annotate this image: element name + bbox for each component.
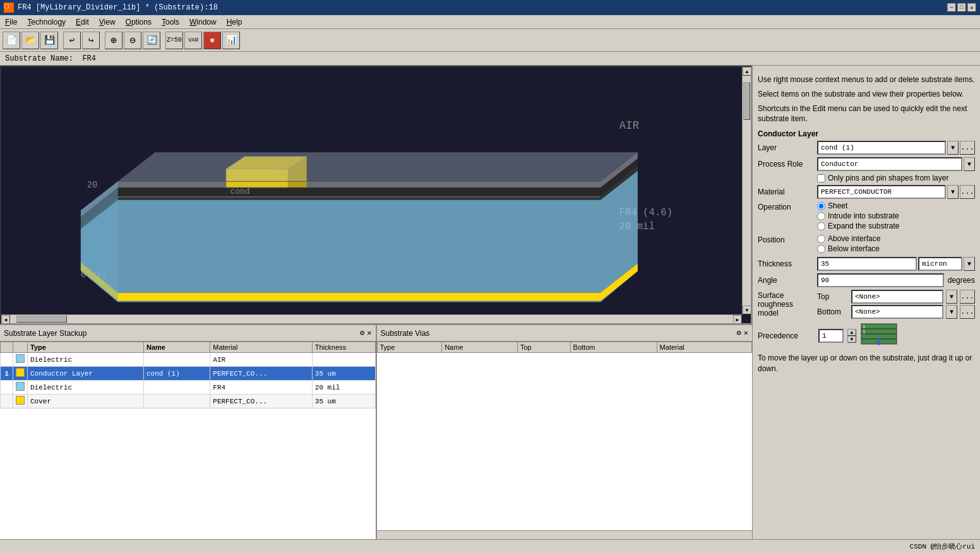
intrude-radio[interactable]	[817, 212, 825, 220]
via-col-name[interactable]: Name	[442, 342, 518, 353]
operation-options: Sheet Intrude into substrate Expand the …	[817, 201, 975, 232]
substrate-name-label: Substrate Name:	[5, 54, 82, 63]
top-roughness-arrow[interactable]: ▼	[946, 290, 957, 304]
vias-settings-icon[interactable]: ⚙	[737, 328, 741, 338]
settings-icon[interactable]: ⚙	[360, 328, 364, 338]
angle-value: 90	[821, 276, 829, 284]
open-button[interactable]: 📂	[21, 32, 39, 49]
vertical-scrollbar[interactable]: ▲ ▼	[742, 67, 751, 314]
table-row[interactable]: 1 Conductor Layer cond (1) PERFECT_CO...…	[1, 367, 376, 381]
remove-button[interactable]: ⊖	[124, 32, 141, 49]
sheet-radio[interactable]	[817, 202, 825, 210]
vias-horizontal-scrollbar[interactable]	[377, 530, 753, 539]
surface-roughness-sub-rows: Top <None> ▼ ... Bottom <None> ▼ ...	[817, 290, 975, 320]
above-radio[interactable]	[817, 235, 825, 243]
layer-stackup-controls[interactable]: ⚙ ✕	[360, 328, 371, 338]
expand-radio[interactable]	[817, 222, 825, 230]
scroll-left-button[interactable]: ◀	[1, 315, 10, 324]
thickness-input[interactable]: 35	[817, 257, 917, 271]
below-radio-row: Below interface	[817, 244, 975, 253]
precedence-spinners[interactable]: ▲ ▼	[847, 329, 856, 343]
col-name[interactable]: Name	[144, 342, 210, 353]
row-name	[144, 395, 210, 408]
horizontal-scrollbar[interactable]: ◀ ▶	[1, 314, 742, 323]
menu-view[interactable]: View	[94, 16, 121, 28]
menu-technology[interactable]: Technology	[22, 16, 71, 28]
angle-row: Angle 90 degrees	[758, 273, 975, 287]
svg-marker-15	[118, 152, 638, 181]
process-role-arrow[interactable]: ▼	[964, 157, 975, 171]
scroll-thumb-v[interactable]	[743, 82, 750, 120]
col-material[interactable]: Material	[210, 342, 313, 353]
angle-input[interactable]: 90	[817, 273, 944, 287]
material-ellipsis-button[interactable]: ...	[960, 185, 975, 199]
undo-button[interactable]: ↩	[63, 32, 81, 49]
row-name	[144, 353, 210, 367]
via-col-type[interactable]: Type	[377, 342, 442, 353]
menu-file[interactable]: File	[0, 16, 22, 28]
scroll-down-button[interactable]: ▼	[743, 306, 751, 314]
table-row[interactable]: Dielectric FR4 20 mil	[1, 381, 376, 395]
below-radio[interactable]	[817, 245, 825, 253]
zoom-button[interactable]: Z=50	[165, 32, 183, 49]
layer-select-arrow[interactable]: ▼	[947, 141, 959, 155]
precedence-value: 1	[822, 332, 827, 340]
vias-controls[interactable]: ⚙ ✕	[737, 328, 748, 338]
only-pins-checkbox[interactable]	[817, 174, 825, 182]
precedence-row: Precedence 1 ▲ ▼ 1 1	[758, 323, 975, 349]
table-row[interactable]: Cover PERFECT_CO... 35 um	[1, 395, 376, 408]
chart-button[interactable]: 📊	[222, 32, 240, 49]
bottom-roughness-ellipsis[interactable]: ...	[960, 305, 975, 319]
variable-button[interactable]: VAR	[184, 32, 202, 49]
via-col-top[interactable]: Top	[517, 342, 570, 353]
layer-select[interactable]: cond (1)	[817, 141, 946, 155]
col-thickness[interactable]: Thickness	[312, 342, 375, 353]
thickness-label: Thickness	[758, 259, 815, 268]
material-select[interactable]: PERFECT_CONDUCTOR	[817, 185, 946, 199]
process-role-select[interactable]: Conductor	[817, 157, 962, 171]
bottom-roughness-select[interactable]: <None>	[851, 305, 943, 319]
vias-close-button[interactable]: ✕	[744, 328, 748, 338]
substrate-name-value: FR4	[82, 54, 96, 63]
stackup-button[interactable]: ▦	[203, 32, 221, 49]
app-icon: ⬡	[4, 3, 14, 13]
close-button[interactable]: ✕	[967, 3, 976, 12]
new-button[interactable]: 📄	[3, 32, 20, 49]
via-col-bottom[interactable]: Bottom	[570, 342, 657, 353]
minimize-button[interactable]: —	[947, 3, 956, 12]
canvas-area[interactable]: AIR FR4 (4.6) 20 mil 20 0 mil	[0, 66, 752, 324]
menu-edit[interactable]: Edit	[71, 16, 94, 28]
via-col-material[interactable]: Material	[657, 342, 751, 353]
menu-window[interactable]: Window	[184, 16, 222, 28]
thickness-unit-arrow[interactable]: ▼	[964, 257, 975, 271]
redo-button[interactable]: ↪	[82, 32, 100, 49]
thickness-unit-select[interactable]: micron	[918, 257, 962, 271]
close-panel-button[interactable]: ✕	[367, 328, 371, 338]
save-button[interactable]: 💾	[40, 32, 58, 49]
thickness-unit: micron	[922, 260, 947, 268]
scroll-right-button[interactable]: ▶	[733, 315, 742, 324]
scroll-up-button[interactable]: ▲	[743, 67, 751, 76]
row-type: Conductor Layer	[28, 367, 144, 381]
top-roughness-ellipsis[interactable]: ...	[960, 290, 975, 304]
add-button[interactable]: ⊕	[105, 32, 122, 49]
precedence-input[interactable]: 1	[818, 329, 844, 343]
sheet-radio-row: Sheet	[817, 201, 975, 210]
maximize-button[interactable]: □	[957, 3, 966, 12]
precedence-up-button[interactable]: ▲	[847, 329, 856, 336]
layer-ellipsis-button[interactable]: ...	[960, 141, 975, 155]
refresh-button[interactable]: 🔄	[143, 32, 160, 49]
menu-options[interactable]: Options	[121, 16, 157, 28]
menu-help[interactable]: Help	[222, 16, 248, 28]
menu-tools[interactable]: Tools	[157, 16, 184, 28]
row-material: PERFECT_CO...	[210, 395, 313, 408]
title-bar-controls[interactable]: — □ ✕	[947, 3, 976, 12]
col-type[interactable]: Type	[28, 342, 144, 353]
material-arrow[interactable]: ▼	[947, 185, 959, 199]
table-row[interactable]: Dielectric AIR	[1, 353, 376, 367]
top-roughness-select[interactable]: <None>	[851, 290, 943, 304]
scroll-thumb-h[interactable]	[16, 316, 67, 323]
bottom-roughness-arrow[interactable]: ▼	[946, 305, 957, 319]
expand-radio-row: Expand the substrate	[817, 222, 975, 230]
precedence-down-button[interactable]: ▼	[847, 336, 856, 343]
